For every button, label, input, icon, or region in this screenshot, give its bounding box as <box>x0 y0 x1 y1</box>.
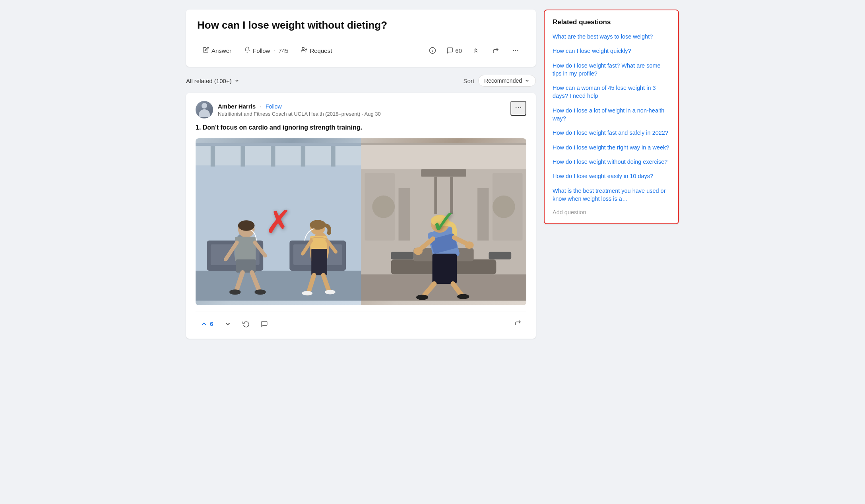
main-content: How can I lose weight without dieting? A… <box>186 10 536 339</box>
list-item: How do I lose a lot of weight in a non-h… <box>553 107 670 123</box>
svg-point-7 <box>515 50 516 51</box>
answer-more-button[interactable] <box>510 101 526 116</box>
list-item: What is the best treatment you have used… <box>553 187 670 203</box>
answer-header: Amber Harris · Follow Nutritionist and F… <box>196 101 526 118</box>
upvote-button[interactable]: 6 <box>196 318 218 330</box>
author-meta: Nutritionist and Fitness Coach at UCLA H… <box>218 111 381 117</box>
related-link-3[interactable]: How do I lose weight fast? What are some… <box>553 62 670 78</box>
svg-point-38 <box>310 220 326 230</box>
filter-label: All related (100+) <box>186 78 232 84</box>
svg-point-68 <box>457 294 469 299</box>
wrong-mark: ✗ <box>265 204 292 240</box>
svg-rect-64 <box>432 254 457 284</box>
question-title: How can I lose weight without dieting? <box>197 19 525 31</box>
svg-point-6 <box>513 50 514 51</box>
related-link-10[interactable]: What is the best treatment you have used… <box>553 187 670 203</box>
correct-mark: ✓ <box>431 204 457 240</box>
list-item: How do I lose weight fast and safely in … <box>553 129 670 137</box>
vote-count: 6 <box>210 320 213 327</box>
follow-label: Follow <box>253 47 270 54</box>
related-link-9[interactable]: How do I lose weight easily in 10 days? <box>553 172 670 180</box>
svg-rect-53 <box>477 188 489 240</box>
author-follow-link[interactable]: Follow <box>266 103 281 110</box>
svg-point-67 <box>416 295 428 300</box>
svg-point-44 <box>325 290 335 295</box>
svg-rect-73 <box>391 252 414 260</box>
svg-point-0 <box>302 47 304 49</box>
svg-point-9 <box>516 107 517 108</box>
svg-rect-15 <box>211 146 215 167</box>
follow-button[interactable]: Follow · 745 <box>239 44 294 57</box>
request-button[interactable]: Request <box>295 44 337 57</box>
related-list: What are the best ways to lose weight? H… <box>553 33 670 203</box>
author-credentials: Nutritionist and Fitness Coach at UCLA H… <box>218 111 360 117</box>
comment-count: 60 <box>455 47 462 54</box>
answer-footer: 6 <box>196 312 526 331</box>
image-left: ✗ <box>196 138 361 305</box>
filter-bar: All related (100+) Sort Recommended <box>186 73 536 88</box>
author-name-row: Amber Harris · Follow <box>218 103 381 110</box>
svg-rect-13 <box>196 143 361 166</box>
svg-rect-14 <box>196 143 361 146</box>
answer-card: Amber Harris · Follow Nutritionist and F… <box>186 93 536 339</box>
sidebar: Related questions What are the best ways… <box>544 10 679 224</box>
author-info: Amber Harris · Follow Nutritionist and F… <box>196 101 381 118</box>
list-item: How do I lose weight fast? What are some… <box>553 62 670 78</box>
related-link-4[interactable]: How can a woman of 45 lose weight in 3 d… <box>553 84 670 100</box>
svg-point-43 <box>302 291 312 295</box>
answer-button[interactable]: Answer <box>197 44 237 57</box>
svg-rect-74 <box>489 252 511 260</box>
downvote-button[interactable] <box>467 44 485 57</box>
author-details: Amber Harris · Follow Nutritionist and F… <box>218 103 381 117</box>
list-item: How do I lose weight easily in 10 days? <box>553 172 670 180</box>
share-button[interactable] <box>487 44 505 57</box>
svg-point-27 <box>238 221 255 231</box>
related-link-1[interactable]: What are the best ways to lose weight? <box>553 33 670 41</box>
question-actions: Answer Follow · 745 <box>197 38 525 57</box>
refresh-button[interactable] <box>238 318 254 330</box>
action-right: 60 <box>423 44 525 57</box>
related-title: Related questions <box>553 18 670 26</box>
svg-rect-17 <box>271 146 275 167</box>
list-item: How do I lose weight the right way in a … <box>553 143 670 151</box>
related-link-2[interactable]: How can I lose weight quickly? <box>553 47 670 55</box>
svg-rect-48 <box>361 143 526 169</box>
more-button[interactable] <box>506 44 525 57</box>
related-link-8[interactable]: How do I lose weight without doing exerc… <box>553 158 670 166</box>
info-button[interactable] <box>423 44 442 57</box>
svg-point-33 <box>254 290 266 295</box>
sort-label: Sort <box>464 78 475 84</box>
filter-dropdown[interactable]: All related (100+) <box>186 78 240 84</box>
svg-point-71 <box>413 248 423 255</box>
answer-share-button[interactable] <box>510 317 526 331</box>
answer-date: Aug 30 <box>365 111 381 117</box>
image-right: ✓ <box>361 138 526 305</box>
svg-rect-54 <box>421 169 466 177</box>
list-item: How can a woman of 45 lose weight in 3 d… <box>553 84 670 100</box>
svg-point-10 <box>518 107 519 108</box>
svg-point-8 <box>517 50 518 51</box>
related-card: Related questions What are the best ways… <box>544 10 679 224</box>
svg-rect-28 <box>235 237 256 261</box>
svg-rect-18 <box>301 146 305 167</box>
svg-rect-52 <box>399 188 410 240</box>
related-link-6[interactable]: How do I lose weight fast and safely in … <box>553 129 670 137</box>
answer-text: 1. Don't focus on cardio and ignoring st… <box>196 123 526 132</box>
svg-rect-20 <box>196 271 361 301</box>
author-name: Amber Harris <box>218 103 256 110</box>
list-item: What are the best ways to lose weight? <box>553 33 670 41</box>
add-question-link[interactable]: Add question <box>553 209 670 215</box>
pencil-icon <box>203 47 209 54</box>
sort-button[interactable]: Recommended <box>478 75 536 87</box>
svg-rect-16 <box>240 146 245 167</box>
related-link-7[interactable]: How do I lose weight the right way in a … <box>553 143 670 151</box>
svg-point-32 <box>229 290 240 295</box>
svg-point-75 <box>372 196 395 218</box>
list-item: How can I lose weight quickly? <box>553 47 670 55</box>
comment-button[interactable] <box>256 318 273 330</box>
comment-section: 60 <box>443 44 465 57</box>
downvote-button[interactable] <box>219 318 236 330</box>
svg-point-11 <box>520 107 522 108</box>
svg-rect-40 <box>311 249 327 275</box>
related-link-5[interactable]: How do I lose a lot of weight in a non-h… <box>553 107 670 123</box>
